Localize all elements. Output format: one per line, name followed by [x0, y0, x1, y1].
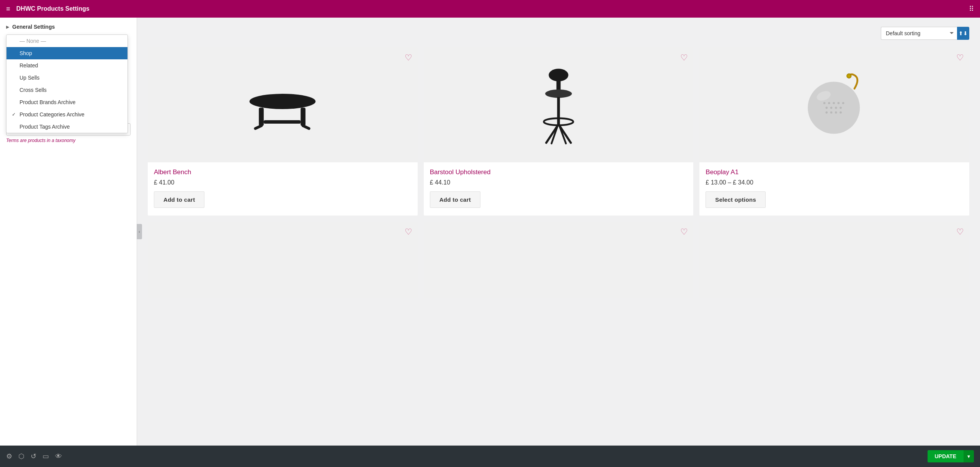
wishlist-heart-beoplay[interactable]: ♡	[956, 53, 964, 63]
product-name-beoplay[interactable]: Beoplay A1	[706, 168, 963, 176]
content-area: Default sorting Sort by popularity Sort …	[137, 18, 980, 446]
update-arrow-button[interactable]: ▾	[963, 450, 974, 462]
main-layout: ▶ General Settings — None — Shop	[0, 18, 980, 446]
expand-arrow-icon: ▶	[6, 25, 9, 29]
option-label-up-sells: Up Sells	[20, 75, 39, 81]
svg-point-19	[837, 102, 840, 104]
wishlist-heart-row2-col3[interactable]: ♡	[956, 227, 964, 237]
history-icon[interactable]: ↺	[31, 452, 36, 460]
sidebar: ▶ General Settings — None — Shop	[0, 18, 137, 446]
svg-rect-3	[264, 120, 301, 124]
app-title: DHWC Products Settings	[16, 5, 963, 12]
update-group: UPDATE ▾	[928, 450, 974, 462]
product-image-area-barstool: ♡	[424, 47, 694, 162]
dropdown-option-shop[interactable]: Shop	[7, 47, 127, 59]
svg-line-4	[255, 126, 261, 129]
general-settings-label: General Settings	[12, 24, 55, 30]
top-bar: ≡ DHWC Products Settings ⠿	[0, 0, 980, 18]
svg-point-15	[808, 82, 860, 134]
svg-point-23	[835, 107, 837, 109]
product-image-area-row2-col1: ♡	[148, 222, 418, 298]
product-image-beoplay	[802, 72, 867, 137]
dropdown-option-cross-sells[interactable]: Cross Sells	[7, 84, 127, 96]
select-options-beoplay[interactable]: Select options	[706, 191, 766, 208]
svg-rect-2	[301, 108, 306, 126]
dropdown-option-product-categories[interactable]: ✓ Product Categories Archive	[7, 108, 127, 121]
product-image-area-row2-col3: ♡	[699, 222, 969, 298]
general-settings-header[interactable]: ▶ General Settings	[6, 24, 131, 30]
sort-arrow-box[interactable]: ⬆⬇	[957, 27, 969, 40]
product-card-barstool: ♡	[424, 47, 694, 216]
product-image-albert-bench	[244, 74, 321, 136]
preview-icon[interactable]: 👁	[55, 452, 62, 460]
wishlist-heart-barstool[interactable]: ♡	[680, 53, 688, 63]
dropdown-option-up-sells[interactable]: Up Sells	[7, 72, 127, 84]
product-card-row2-col2: ♡	[424, 222, 694, 298]
bottom-toolbar: ⚙ ⬡ ↺ ▭ 👁 UPDATE ▾	[0, 446, 980, 467]
product-price-barstool: £ 44.10	[430, 179, 688, 186]
wishlist-heart-row2-col2[interactable]: ♡	[680, 227, 688, 237]
product-image-area-albert-bench: ♡	[148, 47, 418, 162]
svg-rect-7	[556, 80, 560, 91]
checkmark-categories: ✓	[12, 112, 17, 117]
svg-point-22	[830, 107, 832, 109]
product-info-albert-bench: Albert Bench £ 41.00 Add to cart	[148, 162, 418, 216]
svg-point-17	[828, 102, 830, 104]
svg-point-8	[545, 90, 572, 98]
update-button[interactable]: UPDATE	[928, 450, 963, 462]
option-label-tags: Product Tags Archive	[20, 124, 70, 130]
product-grid: ♡	[148, 47, 969, 298]
svg-point-18	[833, 102, 835, 104]
product-card-row2-col1: ♡	[148, 222, 418, 298]
svg-point-24	[840, 107, 842, 109]
sidebar-collapse-handle[interactable]: ‹	[137, 224, 142, 239]
sidebar-content: ▶ General Settings — None — Shop	[0, 18, 137, 446]
option-label-shop: Shop	[20, 50, 32, 56]
settings-icon[interactable]: ⚙	[6, 452, 12, 460]
hamburger-icon[interactable]: ≡	[6, 5, 10, 13]
option-label-brands: Product Brands Archive	[20, 99, 75, 105]
layers-icon[interactable]: ⬡	[18, 452, 24, 460]
source-dropdown[interactable]: — None — Shop Related Up S	[6, 34, 128, 133]
product-image-area-beoplay: ♡	[699, 47, 969, 162]
sort-select-wrapper[interactable]: Default sorting Sort by popularity Sort …	[881, 27, 969, 40]
option-label-categories: Product Categories Archive	[20, 111, 85, 118]
display-icon[interactable]: ▭	[42, 452, 49, 460]
svg-point-21	[825, 107, 828, 109]
svg-point-25	[825, 111, 828, 114]
svg-point-27	[835, 111, 837, 114]
product-card-albert-bench: ♡	[148, 47, 418, 216]
option-label-none: — None —	[20, 38, 46, 44]
svg-rect-9	[557, 97, 560, 125]
grid-icon[interactable]: ⠿	[969, 5, 974, 13]
add-to-cart-barstool[interactable]: Add to cart	[430, 191, 480, 208]
sorting-bar: Default sorting Sort by popularity Sort …	[148, 27, 969, 40]
dropdown-option-product-tags[interactable]: Product Tags Archive	[7, 121, 127, 133]
option-label-related: Related	[20, 62, 38, 69]
wishlist-heart-albert-bench[interactable]: ♡	[405, 53, 412, 63]
product-info-beoplay: Beoplay A1 £ 13.00 – £ 34.00 Select opti…	[699, 162, 969, 216]
product-info-barstool: Barstool Upholstered £ 44.10 Add to cart	[424, 162, 694, 216]
product-image-area-row2-col2: ♡	[424, 222, 694, 298]
add-to-cart-albert-bench[interactable]: Add to cart	[154, 191, 204, 208]
sort-select[interactable]: Default sorting Sort by popularity Sort …	[881, 27, 957, 40]
wishlist-heart-row2-col1[interactable]: ♡	[405, 227, 412, 237]
dropdown-option-none[interactable]: — None —	[7, 35, 127, 47]
svg-point-16	[823, 102, 825, 104]
svg-point-29	[847, 74, 851, 78]
dropdown-option-product-brands[interactable]: Product Brands Archive	[7, 96, 127, 108]
product-price-albert-bench: £ 41.00	[154, 179, 412, 186]
product-name-albert-bench[interactable]: Albert Bench	[154, 168, 412, 176]
svg-line-5	[303, 126, 309, 129]
svg-point-28	[840, 111, 842, 114]
term-hint: Terms are products in a taxonomy	[6, 138, 131, 143]
product-image-barstool	[534, 63, 583, 147]
svg-point-6	[549, 69, 568, 82]
svg-point-0	[250, 94, 316, 109]
svg-point-26	[830, 111, 832, 114]
product-name-barstool[interactable]: Barstool Upholstered	[430, 168, 688, 176]
sort-arrow-icon: ⬆⬇	[959, 30, 968, 36]
option-label-cross-sells: Cross Sells	[20, 87, 47, 93]
dropdown-option-related[interactable]: Related	[7, 59, 127, 72]
collapse-arrow-icon: ‹	[139, 230, 140, 234]
